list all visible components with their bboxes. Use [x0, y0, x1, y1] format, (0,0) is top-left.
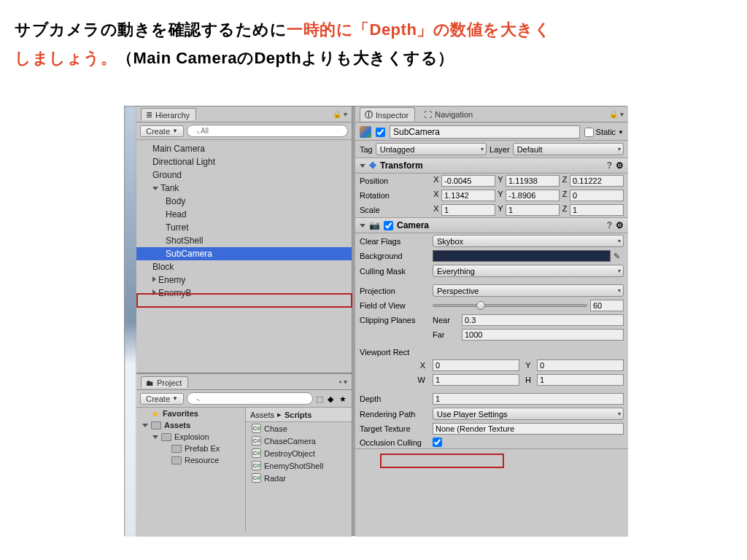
- hierarchy-search-input[interactable]: [187, 125, 348, 137]
- hierarchy-panel: ≣ Hierarchy 🔒 ▾ Create▼ Main CameraDirec…: [136, 106, 352, 373]
- hierarchy-item[interactable]: Block: [136, 260, 352, 273]
- fov-field[interactable]: 60: [590, 300, 624, 311]
- gameobject-name-field[interactable]: SubCamera: [390, 125, 580, 139]
- project-folder-row[interactable]: Prefab Ex: [136, 443, 245, 454]
- scale-x-field[interactable]: 1: [441, 204, 495, 216]
- gameobject-active-checkbox[interactable]: [376, 128, 385, 137]
- camera-icon: 📷: [369, 220, 380, 230]
- near-label: Near: [433, 316, 459, 324]
- camera-enabled-checkbox[interactable]: [384, 221, 393, 230]
- tag-dropdown[interactable]: Untagged: [376, 143, 487, 155]
- rotation-z-field[interactable]: 0: [570, 190, 624, 201]
- viewport-w-field[interactable]: 1: [433, 374, 519, 386]
- navigation-tab[interactable]: ⛶ Navigation: [419, 109, 479, 120]
- layer-dropdown[interactable]: Default: [513, 143, 624, 155]
- hierarchy-tree[interactable]: Main CameraDirectional LightGroundTankBo…: [136, 140, 352, 359]
- inspector-tab[interactable]: ⓘ Inspector: [360, 107, 415, 121]
- position-x-field[interactable]: -0.0045: [441, 175, 495, 187]
- depth-field[interactable]: 1: [433, 393, 624, 405]
- tag-label: Tag: [360, 145, 373, 154]
- caption-line1b-highlight: 一時的に「Depth」の数値を大きく: [287, 20, 551, 39]
- panel-lock[interactable]: 🔒 ▾: [333, 110, 347, 118]
- camera-header[interactable]: 📷 Camera ? ⚙: [355, 218, 628, 233]
- fov-slider[interactable]: [433, 304, 587, 307]
- target-texture-field[interactable]: None (Render Texture: [433, 423, 624, 435]
- hierarchy-item[interactable]: EnemyB: [136, 287, 352, 300]
- project-asset-row[interactable]: C#ChaseCamera: [246, 435, 352, 447]
- hierarchy-item[interactable]: Ground: [136, 168, 352, 182]
- fov-label: Field of View: [360, 301, 430, 310]
- hierarchy-item[interactable]: Enemy: [136, 273, 352, 287]
- position-label: Position: [360, 176, 430, 185]
- project-tab[interactable]: 🖿 Project: [141, 376, 188, 388]
- crumb-scripts[interactable]: Scripts: [285, 411, 311, 419]
- background-color-field[interactable]: [433, 250, 611, 262]
- rotation-y-field[interactable]: -1.8906: [506, 190, 560, 201]
- project-folder-row[interactable]: Assets: [136, 419, 245, 431]
- rendering-path-dropdown[interactable]: Use Player Settings: [433, 408, 624, 420]
- hierarchy-item[interactable]: Head: [136, 208, 352, 221]
- project-asset-row[interactable]: C#Chase: [246, 422, 352, 435]
- hierarchy-item-label: Turret: [166, 222, 189, 233]
- nav-icon: ⛶: [424, 110, 432, 119]
- project-assets-column[interactable]: Assets ▸ Scripts C#ChaseC#ChaseCameraC#D…: [246, 408, 352, 532]
- inspector-tabbar: ⓘ Inspector ⛶ Navigation 🔒 ▾: [355, 106, 628, 122]
- eyedropper-icon[interactable]: ✎: [614, 252, 624, 261]
- hierarchy-item[interactable]: ShotShell: [136, 234, 352, 247]
- panel-options[interactable]: ▪ ▾: [339, 378, 347, 386]
- project-folder-row[interactable]: ★Favorites: [136, 408, 245, 419]
- hierarchy-create-button[interactable]: Create▼: [140, 125, 184, 137]
- star-icon[interactable]: ★: [339, 394, 348, 403]
- scale-y-field[interactable]: 1: [506, 204, 560, 216]
- project-folder-row[interactable]: Explosion: [136, 431, 245, 443]
- project-folders-column[interactable]: ★FavoritesAssetsExplosionPrefab ExResour…: [136, 408, 246, 532]
- hierarchy-item-label: Enemy: [158, 275, 185, 285]
- position-z-field[interactable]: 0.11222: [570, 175, 624, 187]
- hierarchy-tab[interactable]: ≣ Hierarchy: [141, 108, 196, 120]
- hierarchy-item[interactable]: Main Camera: [136, 142, 352, 155]
- far-field[interactable]: 1000: [462, 329, 624, 341]
- projection-dropdown[interactable]: Perspective: [433, 284, 624, 297]
- scale-z-field[interactable]: 1: [570, 204, 624, 216]
- culling-mask-label: Culling Mask: [360, 267, 430, 276]
- near-field[interactable]: 0.3: [462, 314, 624, 326]
- position-y-field[interactable]: 1.11938: [506, 175, 560, 187]
- crumb-assets[interactable]: Assets: [250, 411, 274, 419]
- viewport-x-field[interactable]: 0: [433, 359, 519, 371]
- filter-icon[interactable]: ⬚: [316, 394, 325, 403]
- project-asset-row[interactable]: C#DestroyObject: [246, 447, 352, 459]
- inspector-panel: ⓘ Inspector ⛶ Navigation 🔒 ▾ SubCamera S…: [355, 106, 628, 537]
- project-search-input[interactable]: [187, 392, 313, 405]
- culling-mask-dropdown[interactable]: Everything: [433, 265, 624, 277]
- hierarchy-item-label: Main Camera: [152, 144, 205, 154]
- clear-flags-dropdown[interactable]: Skybox: [433, 235, 624, 247]
- project-asset-row[interactable]: C#EnemyShotShell: [246, 459, 352, 472]
- transform-header[interactable]: ✥ Transform ? ⚙: [355, 158, 628, 174]
- viewport-y-field[interactable]: 0: [537, 359, 624, 371]
- navigation-tab-label: Navigation: [435, 110, 473, 119]
- static-checkbox[interactable]: [584, 128, 594, 137]
- project-create-button[interactable]: Create▼: [140, 393, 184, 405]
- gear-icon[interactable]: ⚙: [616, 220, 624, 230]
- hierarchy-item[interactable]: SubCamera: [136, 247, 352, 260]
- hierarchy-item[interactable]: Tank: [136, 182, 352, 195]
- hierarchy-item[interactable]: Body: [136, 195, 352, 208]
- occlusion-culling-checkbox[interactable]: [433, 438, 442, 447]
- star-icon: ★: [151, 410, 160, 418]
- project-folder-row[interactable]: Resource: [136, 454, 245, 466]
- hierarchy-item[interactable]: Turret: [136, 221, 352, 234]
- label-icon[interactable]: ◆: [328, 394, 336, 403]
- help-icon[interactable]: ?: [607, 220, 612, 230]
- rotation-x-field[interactable]: 1.1342: [441, 190, 495, 201]
- caption-line2b: （Main CameraのDepthよりも大きくする）: [117, 49, 454, 67]
- gear-icon[interactable]: ⚙: [616, 160, 624, 171]
- hierarchy-item[interactable]: Directional Light: [136, 155, 352, 168]
- help-icon[interactable]: ?: [607, 160, 612, 171]
- project-asset-row[interactable]: C#Radar: [246, 472, 352, 484]
- hierarchy-item-label: Directional Light: [152, 157, 215, 167]
- inspector-lock[interactable]: 🔒 ▾: [609, 110, 624, 118]
- layer-label: Layer: [489, 145, 510, 154]
- gameobject-icon[interactable]: [360, 126, 371, 138]
- viewport-h-field[interactable]: 1: [537, 374, 624, 386]
- project-breadcrumb[interactable]: Assets ▸ Scripts: [246, 408, 352, 422]
